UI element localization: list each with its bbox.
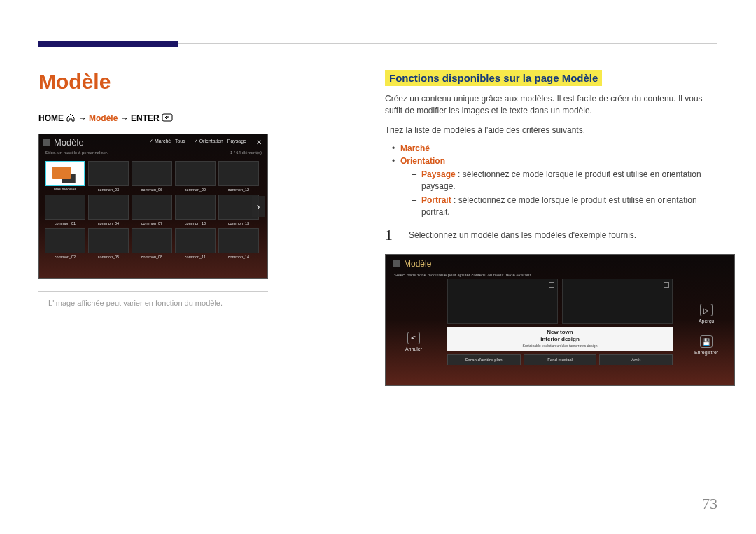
template-cell[interactable]: common_09 bbox=[175, 161, 216, 186]
editable-zone-right[interactable] bbox=[562, 279, 673, 324]
template-cell[interactable]: common_04 bbox=[88, 195, 129, 220]
template-cell[interactable]: common_02 bbox=[45, 228, 85, 253]
template-grid: Mes modèles common_03 common_06 common_0… bbox=[45, 161, 262, 272]
cell-label: common_11 bbox=[176, 255, 215, 259]
home-icon bbox=[66, 113, 76, 124]
resize-icon bbox=[549, 282, 554, 288]
template-cell-mymodels[interactable]: Mes modèles bbox=[45, 161, 85, 186]
cell-label: common_04 bbox=[89, 221, 128, 225]
template-cell[interactable]: common_03 bbox=[88, 161, 129, 186]
cell-label: common_02 bbox=[46, 255, 85, 259]
breadcrumb-arrow: → bbox=[120, 113, 129, 123]
side-label: Annuler bbox=[393, 346, 435, 351]
tab-stop[interactable]: Arrêt bbox=[599, 354, 673, 365]
criteria-list: Marché Orientation Paysage : sélectionne… bbox=[385, 143, 718, 218]
template-cell[interactable]: common_08 bbox=[132, 228, 172, 253]
ss1-counter: 1 / 64 élément(s) bbox=[230, 150, 262, 155]
preview-icon: ▷ bbox=[700, 304, 713, 316]
text-line-3: Sustainable evolution unfolds tomorrow's… bbox=[451, 344, 668, 348]
sub-paysage: Paysage : sélectionnez ce mode lorsque l… bbox=[412, 169, 718, 192]
cell-label: common_07 bbox=[132, 221, 172, 225]
ss1-filters: Marché · Tous Orientation · Paysage bbox=[149, 139, 246, 144]
template-cell[interactable]: common_07 bbox=[132, 195, 172, 220]
cancel-button[interactable]: ↶ Annuler bbox=[393, 332, 435, 351]
save-icon: 💾 bbox=[700, 335, 713, 348]
editable-text-zone[interactable]: New town interior design Sustainable evo… bbox=[447, 327, 673, 351]
orientation-sublist: Paysage : sélectionnez ce mode lorsque l… bbox=[400, 169, 718, 218]
cell-label: common_06 bbox=[132, 188, 172, 192]
cell-label: common_03 bbox=[89, 188, 128, 192]
sort-paragraph: Triez la liste de modèles à l'aide des c… bbox=[385, 125, 718, 136]
next-page-arrow[interactable]: › bbox=[252, 196, 265, 217]
template-cell[interactable]: common_01 bbox=[45, 195, 85, 220]
tab-music[interactable]: Fond musical bbox=[524, 354, 597, 365]
editable-zone-left[interactable] bbox=[447, 279, 558, 324]
bullet-marche: Marché bbox=[392, 143, 718, 153]
tab-background[interactable]: Écran d'arrière-plan bbox=[447, 354, 521, 365]
template-cell[interactable]: common_06 bbox=[132, 161, 172, 186]
close-icon[interactable]: ✕ bbox=[256, 139, 262, 146]
template-cell[interactable]: common_12 bbox=[218, 161, 259, 186]
step-1: 1 Sélectionnez un modèle dans les modèle… bbox=[385, 226, 718, 244]
breadcrumb-arrow: → bbox=[78, 113, 87, 123]
sub-label: Portrait bbox=[421, 195, 451, 205]
cell-label: Mes modèles bbox=[46, 187, 84, 191]
template-cell[interactable]: common_05 bbox=[88, 228, 129, 253]
intro-paragraph: Créez un contenu unique grâce aux modèle… bbox=[385, 93, 718, 118]
cell-label: common_01 bbox=[46, 221, 85, 225]
sub-label: Paysage bbox=[421, 169, 456, 179]
cell-label: common_12 bbox=[219, 188, 258, 192]
footnote: L'image affichée peut varier en fonction… bbox=[38, 299, 332, 307]
enter-icon bbox=[162, 113, 173, 124]
save-button[interactable]: 💾 Enregistrer bbox=[685, 335, 727, 355]
page-title: Modèle bbox=[38, 70, 332, 94]
cancel-icon: ↶ bbox=[407, 332, 420, 344]
divider bbox=[38, 291, 268, 292]
template-cell[interactable]: common_11 bbox=[175, 228, 216, 253]
ss2-subtitle: Sélec. dans zone modifiable pour ajouter… bbox=[386, 273, 734, 277]
ss1-title: Modèle bbox=[54, 137, 84, 148]
ss1-subtitle: Sélec. un modèle à personnaliser. bbox=[45, 150, 108, 155]
left-column: Modèle HOME → Modèle → ENTER Modèle Marc… bbox=[38, 70, 332, 307]
text-line-2: interior design bbox=[451, 336, 668, 343]
template-cell[interactable]: common_14 bbox=[218, 228, 259, 253]
section-heading: Fonctions disponibles sur la page Modèle bbox=[385, 70, 602, 86]
page-number: 73 bbox=[702, 495, 718, 513]
cell-label: common_08 bbox=[132, 255, 172, 259]
cell-label: common_13 bbox=[219, 221, 258, 225]
cell-label: common_10 bbox=[176, 221, 215, 225]
header-rule bbox=[178, 43, 718, 44]
filter-orientation[interactable]: Orientation · Paysage bbox=[194, 139, 246, 144]
cell-label: common_05 bbox=[89, 255, 128, 259]
breadcrumb-enter: ENTER bbox=[131, 113, 160, 123]
sub-portrait: Portrait : sélectionnez ce mode lorsque … bbox=[412, 195, 718, 218]
bullet-orientation: Orientation Paysage : sélectionnez ce mo… bbox=[392, 156, 718, 218]
ss2-title: Modèle bbox=[404, 259, 431, 269]
template-grid-screenshot: Modèle Marché · Tous Orientation · Paysa… bbox=[38, 134, 268, 279]
cell-label: common_09 bbox=[176, 188, 215, 192]
sub-text: : sélectionnez ce mode lorsque le produi… bbox=[421, 169, 701, 191]
cell-label: common_14 bbox=[219, 255, 258, 259]
template-cell[interactable]: common_10 bbox=[175, 195, 216, 220]
step-text: Sélectionnez un modèle dans les modèles … bbox=[409, 226, 636, 240]
resize-icon bbox=[664, 282, 669, 288]
breadcrumb-modele: Modèle bbox=[89, 113, 118, 123]
template-editor-screenshot: Modèle Sélec. dans zone modifiable pour … bbox=[385, 254, 735, 386]
bullet-label: Orientation bbox=[400, 156, 445, 166]
side-label: Aperçu bbox=[685, 318, 727, 323]
side-label: Enregistrer bbox=[685, 350, 727, 355]
breadcrumb-home: HOME bbox=[38, 113, 64, 123]
sub-text: : sélectionnez ce mode lorsque le produi… bbox=[421, 195, 697, 217]
filter-marche[interactable]: Marché · Tous bbox=[149, 139, 186, 144]
app-icon bbox=[43, 139, 50, 146]
header-accent-bar bbox=[38, 41, 178, 47]
step-number: 1 bbox=[385, 226, 398, 244]
bullet-label: Marché bbox=[400, 143, 430, 153]
breadcrumb: HOME → Modèle → ENTER bbox=[38, 113, 332, 124]
right-column: Fonctions disponibles sur la page Modèle… bbox=[385, 70, 718, 386]
preview-button[interactable]: ▷ Aperçu bbox=[685, 304, 727, 323]
app-icon bbox=[393, 260, 400, 267]
text-line-1: New town bbox=[451, 329, 668, 336]
